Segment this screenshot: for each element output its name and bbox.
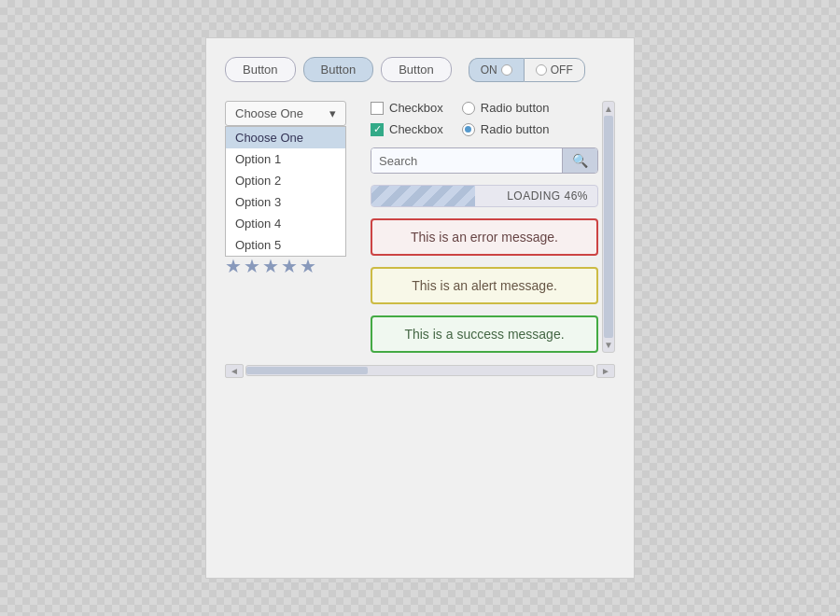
dropdown-item-1[interactable]: Option 1	[226, 148, 345, 170]
dropdown-arrow-icon: ▾	[329, 106, 336, 120]
checkbox-label-1: Checkbox	[389, 101, 443, 115]
toggle-on-dot	[501, 64, 512, 76]
search-bar: 🔍	[371, 147, 598, 174]
toggle-on-label: ON	[481, 63, 497, 77]
vertical-scrollbar: ▲ ▼	[602, 101, 615, 353]
left-panel: Choose One ▾ Choose One Option 1 Option …	[225, 101, 356, 353]
radio-inner-dot	[465, 126, 471, 133]
dropdown-item-choose[interactable]: Choose One	[226, 127, 345, 148]
checkbox-row-2: ✓ Checkbox	[371, 122, 443, 136]
radio-unchecked[interactable]	[462, 102, 475, 115]
radio-checked[interactable]	[462, 123, 475, 136]
h-scrollbar-thumb[interactable]	[246, 367, 368, 374]
star-filled: ★	[281, 257, 298, 275]
checkbox-unchecked[interactable]	[371, 102, 384, 115]
progress-bar: LOADING 46%	[371, 185, 598, 207]
dropdown-button[interactable]: Choose One ▾	[225, 101, 346, 126]
dropdown-item-3[interactable]: Option 3	[226, 191, 345, 213]
button-1[interactable]: Button	[225, 57, 296, 82]
button-2[interactable]: Button	[303, 57, 374, 82]
star-filled: ★	[244, 257, 260, 275]
h-scrollbar-right-arrow[interactable]: ►	[596, 364, 615, 378]
toggle-group: ON OFF	[469, 58, 585, 82]
radio-row-1: Radio button	[462, 101, 550, 115]
h-scrollbar-left-arrow[interactable]: ◄	[225, 364, 244, 378]
star-filled: ★	[225, 257, 242, 275]
success-message-text: This is a success message.	[404, 327, 564, 342]
error-message: This is an error message.	[371, 218, 598, 256]
dropdown-menu: Choose One Option 1 Option 2 Option 3 Op…	[225, 126, 346, 257]
search-icon: 🔍	[572, 153, 588, 168]
error-message-text: This is an error message.	[411, 230, 558, 245]
dropdown-item-4[interactable]: Option 4	[226, 213, 345, 234]
buttons-row: Button Button Button ON OFF	[225, 57, 615, 82]
checkbox-row-1: Checkbox	[371, 101, 443, 115]
checkbox-checked[interactable]: ✓	[371, 123, 384, 136]
scrollbar-thumb[interactable]	[604, 116, 613, 338]
success-message: This is a success message.	[371, 315, 598, 353]
toggle-off[interactable]: OFF	[524, 58, 585, 82]
toggle-off-dot	[536, 64, 547, 76]
scroll-content: Checkbox ✓ Checkbox Radio button	[371, 101, 598, 353]
ui-panel: Button Button Button ON OFF Choose One ▾	[205, 37, 635, 579]
scrollbar-up-arrow[interactable]: ▲	[604, 104, 613, 114]
dropdown-item-2[interactable]: Option 2	[226, 170, 345, 191]
progress-label: LOADING 46%	[507, 189, 588, 203]
progress-fill	[371, 186, 475, 206]
checkbox-col: Checkbox ✓ Checkbox	[371, 101, 443, 136]
radio-label-1: Radio button	[481, 101, 550, 115]
dropdown-label: Choose One	[235, 106, 303, 120]
search-input[interactable]	[371, 148, 562, 173]
radio-label-2: Radio button	[481, 122, 550, 136]
radio-col: Radio button Radio button	[462, 101, 550, 136]
button-3[interactable]: Button	[381, 57, 452, 82]
checkbox-label-2: Checkbox	[389, 122, 443, 136]
toggle-off-label: OFF	[551, 63, 573, 77]
star-filled: ★	[262, 257, 279, 275]
main-content: Choose One ▾ Choose One Option 1 Option …	[225, 101, 615, 353]
scroll-wrapper: Checkbox ✓ Checkbox Radio button	[371, 101, 615, 353]
star-row-5[interactable]: ★ ★ ★ ★ ★	[225, 257, 356, 275]
alert-message-text: This is an alert message.	[412, 278, 557, 293]
radio-row-2: Radio button	[462, 122, 550, 136]
horizontal-scrollbar: ◄ ►	[225, 364, 615, 377]
star-filled: ★	[300, 257, 316, 275]
search-button[interactable]: 🔍	[562, 148, 597, 173]
form-controls: Checkbox ✓ Checkbox Radio button	[371, 101, 598, 136]
dropdown-container: Choose One ▾ Choose One Option 1 Option …	[225, 101, 346, 126]
dropdown-item-5[interactable]: Option 5	[226, 234, 345, 256]
toggle-on[interactable]: ON	[469, 58, 524, 82]
h-scrollbar-track	[245, 365, 595, 376]
scrollbar-down-arrow[interactable]: ▼	[604, 340, 613, 350]
alert-message: This is an alert message.	[371, 267, 598, 304]
